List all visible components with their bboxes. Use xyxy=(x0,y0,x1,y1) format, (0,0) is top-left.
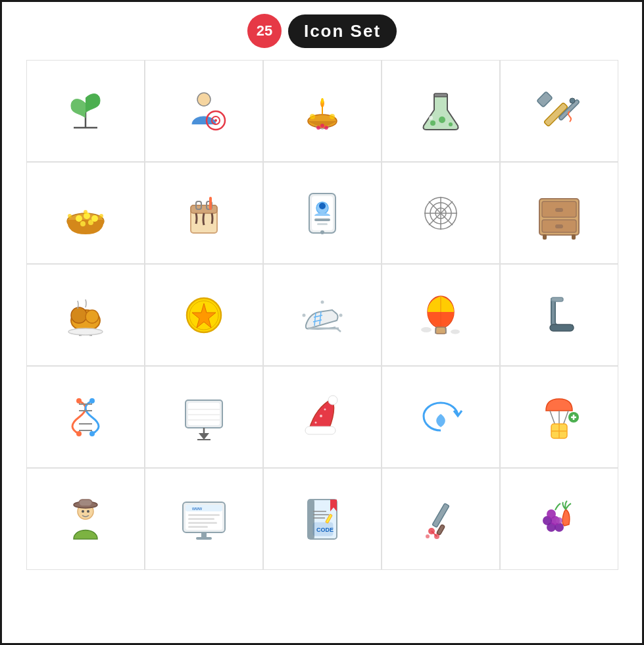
www-monitor-icon-cell: www xyxy=(145,468,263,570)
drawer-icon xyxy=(533,187,585,240)
svg-rect-95 xyxy=(188,403,220,425)
spider-web-icon xyxy=(414,187,467,240)
svg-rect-57 xyxy=(543,234,547,240)
water-recycle-icon-cell xyxy=(382,366,500,468)
svg-point-16 xyxy=(430,120,435,126)
svg-point-25 xyxy=(76,215,82,222)
svg-point-17 xyxy=(439,116,445,123)
svg-rect-127 xyxy=(188,522,217,524)
ice-skate-icon-cell xyxy=(263,264,382,366)
santa-hat-icon xyxy=(296,391,349,444)
svg-rect-58 xyxy=(572,234,576,240)
svg-point-105 xyxy=(324,408,326,410)
vegetables-icon xyxy=(533,493,585,546)
svg-point-91 xyxy=(89,398,95,403)
takeaway-bag-icon-cell xyxy=(145,162,263,264)
svg-rect-42 xyxy=(314,219,330,221)
code-book-icon-cell: CODE xyxy=(263,468,382,570)
svg-point-76 xyxy=(320,300,324,303)
svg-point-60 xyxy=(71,307,87,323)
hot-air-balloon-icon xyxy=(414,289,467,342)
svg-point-75 xyxy=(339,313,342,317)
svg-point-10 xyxy=(310,114,315,119)
svg-point-13 xyxy=(316,126,320,130)
mobile-profile-icon-cell xyxy=(263,162,382,264)
svg-point-83 xyxy=(451,329,460,334)
target-person-icon-cell xyxy=(145,60,263,162)
svg-point-11 xyxy=(330,114,335,119)
plant-icon-cell xyxy=(26,60,145,162)
icon-count-badge: 25 xyxy=(247,14,282,48)
food-bowl-icon xyxy=(59,187,112,240)
header: 25 Icon Set xyxy=(247,14,397,48)
water-recycle-icon xyxy=(414,391,467,444)
svg-rect-34 xyxy=(191,205,217,213)
vegetables-icon-cell xyxy=(500,468,618,570)
svg-rect-84 xyxy=(551,297,563,301)
svg-point-5 xyxy=(214,119,217,122)
svg-point-12 xyxy=(320,124,324,128)
hammer-screwdriver-icon xyxy=(533,85,585,138)
svg-rect-128 xyxy=(188,526,208,528)
svg-rect-123 xyxy=(186,505,222,511)
svg-rect-56 xyxy=(555,224,563,228)
playground-icon-cell xyxy=(26,366,145,468)
svg-point-90 xyxy=(76,398,82,403)
svg-point-41 xyxy=(319,203,326,209)
svg-rect-102 xyxy=(305,426,335,434)
roast-chicken-icon-cell xyxy=(26,264,145,366)
svg-point-151 xyxy=(556,517,562,524)
svg-point-66 xyxy=(68,328,103,335)
svg-point-19 xyxy=(429,116,433,120)
playground-icon xyxy=(59,391,112,444)
spider-web-icon-cell xyxy=(382,162,500,264)
parachute-box-icon-cell xyxy=(500,366,618,468)
svg-rect-21 xyxy=(536,91,552,107)
svg-point-44 xyxy=(320,230,324,234)
target-person-icon xyxy=(178,85,230,138)
svg-point-14 xyxy=(324,126,328,130)
mobile-profile-icon xyxy=(296,187,349,240)
svg-rect-43 xyxy=(317,223,328,225)
svg-rect-141 xyxy=(432,503,449,527)
svg-point-103 xyxy=(328,396,337,405)
svg-point-119 xyxy=(82,510,84,513)
svg-rect-55 xyxy=(555,208,563,212)
plant-icon xyxy=(59,85,112,138)
boot-icon xyxy=(533,289,585,342)
svg-rect-129 xyxy=(201,532,207,538)
svg-rect-15 xyxy=(434,93,447,97)
drawer-icon-cell xyxy=(500,162,618,264)
svg-rect-125 xyxy=(188,514,220,516)
svg-text:www: www xyxy=(191,506,203,511)
svg-point-120 xyxy=(87,510,89,513)
roast-chicken-icon xyxy=(59,289,112,342)
svg-line-81 xyxy=(445,327,446,334)
svg-point-30 xyxy=(68,214,72,218)
svg-point-150 xyxy=(547,509,556,519)
svg-point-145 xyxy=(426,534,430,538)
coin-star-icon-cell xyxy=(145,264,263,366)
presentation-download-icon xyxy=(178,391,230,444)
flask-icon xyxy=(414,85,467,138)
flask-icon-cell xyxy=(382,60,500,162)
svg-rect-37 xyxy=(209,197,212,210)
svg-rect-126 xyxy=(188,518,214,520)
coin-star-icon xyxy=(178,289,230,342)
hammer-screwdriver-icon-cell xyxy=(500,60,618,162)
svg-rect-79 xyxy=(435,327,446,334)
svg-marker-100 xyxy=(199,433,209,440)
food-bowl-icon-cell xyxy=(26,162,145,264)
takeaway-bag-icon xyxy=(178,187,230,240)
svg-point-28 xyxy=(80,221,86,226)
svg-point-92 xyxy=(76,431,82,436)
code-book-icon: CODE xyxy=(296,493,349,546)
svg-rect-85 xyxy=(550,324,574,331)
ice-skate-icon xyxy=(296,289,349,342)
parachute-box-icon xyxy=(533,391,585,444)
svg-point-18 xyxy=(449,122,453,126)
svg-rect-130 xyxy=(196,537,212,540)
svg-point-2 xyxy=(197,93,211,106)
svg-point-104 xyxy=(320,415,322,417)
diya-lamp-icon xyxy=(296,85,349,138)
